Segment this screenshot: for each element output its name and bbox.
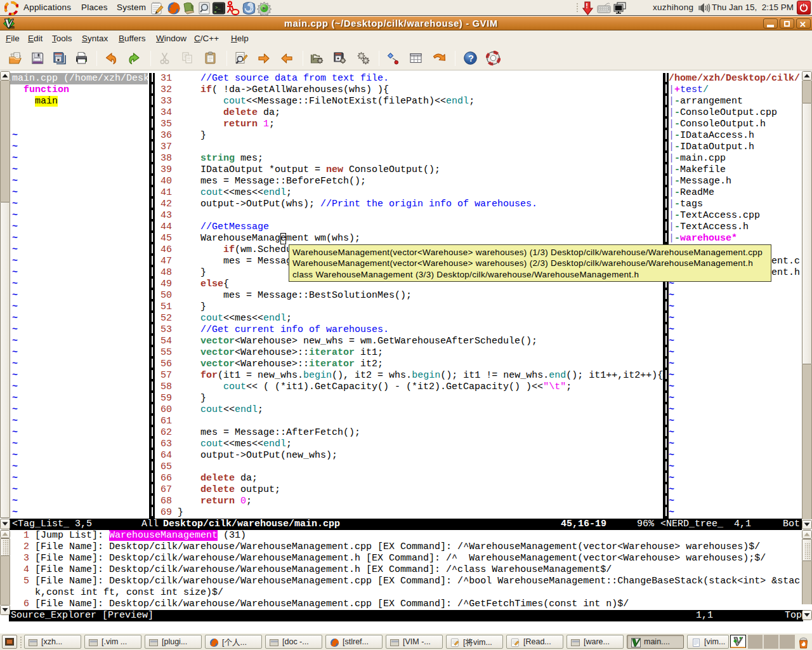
svg-text:im: im [10,24,15,29]
svg-text:?: ? [468,53,474,63]
svg-text:>_: >_ [215,5,221,10]
svg-text:!: ! [586,2,588,10]
